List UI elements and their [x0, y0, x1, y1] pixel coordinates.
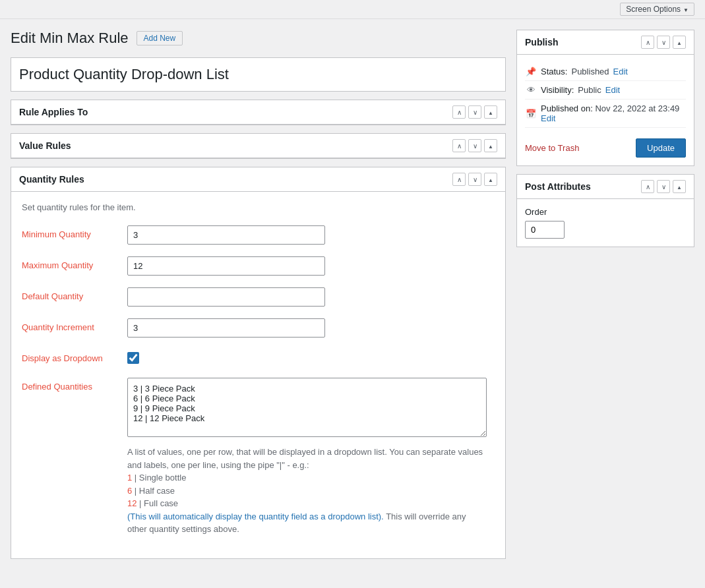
status-icon: 📌 [525, 67, 537, 76]
value-rules-header[interactable]: Value Rules [11, 134, 505, 158]
page-title: Edit Min Max Rule [11, 30, 129, 47]
published-on-line2: Edit [541, 113, 679, 123]
published-on-row: 📅 Published on: Nov 22, 2022 at 23:49 Ed… [525, 100, 686, 128]
publish-panel-header[interactable]: Publish [517, 30, 694, 55]
defined-quantities-row: Defined Quantities 3 | 3 Piece Pack 6 | … [22, 378, 495, 536]
status-value: Published [571, 67, 609, 76]
example-1-label: | Single bottle [132, 473, 186, 483]
post-attributes-up-btn[interactable] [641, 180, 654, 193]
example-2-label: | Half case [132, 486, 175, 496]
quantity-rules-title: Quantity Rules [19, 174, 84, 185]
quantity-rules-description: Set quantity rules for the item. [22, 202, 495, 212]
minimum-quantity-row: Minimum Quantity [22, 225, 495, 245]
right-column: Publish 📌 Status: [516, 30, 694, 567]
quantity-increment-field [127, 318, 495, 338]
publish-actions: Move to Trash Update [525, 132, 686, 158]
status-row: 📌 Status: Published Edit [525, 63, 686, 81]
publish-panel: Publish 📌 Status: [516, 30, 694, 166]
quantity-rules-body: Set quantity rules for the item. Minimum… [11, 192, 505, 558]
publish-body: 📌 Status: Published Edit 👁 Visibility: P… [517, 55, 694, 165]
down-icon [661, 183, 666, 191]
published-on-edit-link[interactable]: Edit [541, 113, 555, 123]
quantity-rules-up-btn[interactable] [452, 173, 466, 186]
rule-applies-to-header[interactable]: Rule Applies To [11, 100, 505, 125]
publish-collapse-btn[interactable] [673, 36, 686, 49]
display-as-dropdown-checkbox[interactable] [127, 352, 139, 364]
value-rules-controls [452, 139, 497, 152]
publish-down-btn[interactable] [657, 36, 670, 49]
down-icon [473, 176, 477, 183]
publish-up-btn[interactable] [641, 36, 654, 49]
quantity-rules-down-btn[interactable] [468, 173, 481, 186]
collapse-icon [677, 183, 682, 191]
defined-quantities-textarea[interactable]: 3 | 3 Piece Pack 6 | 6 Piece Pack 9 | 9 … [127, 378, 487, 437]
move-to-trash-link[interactable]: Move to Trash [525, 143, 579, 153]
rule-applies-to-title: Rule Applies To [19, 107, 88, 117]
visibility-edit-link[interactable]: Edit [605, 85, 620, 95]
publish-controls [641, 36, 686, 49]
up-icon [646, 183, 650, 191]
visibility-label: Visibility: [541, 85, 574, 95]
post-attributes-down-btn[interactable] [657, 180, 670, 193]
maximum-quantity-row: Maximum Quantity [22, 256, 495, 276]
collapse-icon [488, 142, 493, 150]
visibility-icon: 👁 [525, 85, 537, 95]
up-icon [457, 142, 462, 150]
collapse-icon [677, 39, 682, 46]
maximum-quantity-label: Maximum Quantity [22, 256, 127, 270]
value-rules-collapse-btn[interactable] [484, 139, 497, 152]
example-3: 12 [127, 498, 137, 508]
post-attributes-controls [641, 180, 686, 193]
defined-quantities-field: 3 | 3 Piece Pack 6 | 6 Piece Pack 9 | 9 … [127, 378, 495, 536]
up-icon [646, 39, 650, 46]
value-rules-title: Value Rules [19, 140, 71, 151]
value-rules-panel: Value Rules [11, 133, 506, 159]
order-label: Order [525, 207, 686, 217]
add-new-button[interactable]: Add New [137, 31, 183, 45]
title-input[interactable] [16, 63, 500, 86]
published-on-label: Published on: [541, 103, 593, 113]
value-rules-up-btn[interactable] [452, 139, 466, 152]
post-attributes-collapse-btn[interactable] [673, 180, 686, 193]
quantity-increment-label: Quantity Increment [22, 318, 127, 332]
screen-options-label: Screen Options [626, 5, 681, 14]
visibility-row: 👁 Visibility: Public Edit [525, 81, 686, 100]
post-attributes-header[interactable]: Post Attributes [517, 175, 694, 199]
display-as-dropdown-field [127, 349, 495, 366]
default-quantity-input[interactable] [127, 287, 325, 307]
minimum-quantity-input[interactable] [127, 225, 325, 245]
maximum-quantity-input[interactable] [127, 256, 325, 276]
value-rules-down-btn[interactable] [468, 139, 481, 152]
screen-options-button[interactable]: Screen Options [620, 3, 694, 16]
display-as-dropdown-row: Display as Dropdown [22, 349, 495, 366]
calendar-icon: 📅 [525, 109, 537, 119]
collapse-icon [488, 109, 493, 116]
quantity-rules-header[interactable]: Quantity Rules [11, 167, 505, 192]
status-label: Status: [541, 67, 567, 76]
quantity-increment-row: Quantity Increment [22, 318, 495, 338]
post-attributes-body: Order [517, 199, 694, 247]
visibility-value: Public [578, 85, 601, 95]
order-input[interactable] [525, 221, 565, 239]
publish-title: Publish [525, 37, 559, 47]
quantity-increment-input[interactable] [127, 318, 325, 338]
left-column: Edit Min Max Rule Add New Rule Applies T… [11, 30, 506, 567]
status-edit-link[interactable]: Edit [613, 67, 628, 76]
default-quantity-row: Default Quantity [22, 287, 495, 307]
example-3-label: | Full case [137, 498, 178, 508]
minimum-quantity-field [127, 225, 495, 245]
help-text-main: A list of values, one per row, that will… [127, 447, 483, 470]
rule-applies-to-down-btn[interactable] [468, 105, 481, 119]
default-quantity-field [127, 287, 495, 307]
quantity-rules-panel: Quantity Rules Set quantity rules for th… [11, 167, 506, 559]
update-button[interactable]: Update [636, 138, 686, 158]
down-icon [473, 109, 477, 116]
post-attributes-title: Post Attributes [525, 181, 591, 192]
maximum-quantity-field [127, 256, 495, 276]
rule-applies-to-collapse-btn[interactable] [484, 105, 497, 119]
rule-applies-to-up-btn[interactable] [452, 105, 466, 119]
down-icon [473, 142, 477, 150]
quantity-rules-collapse-btn[interactable] [484, 173, 497, 186]
screen-options-chevron-icon [683, 5, 689, 14]
defined-quantities-help: A list of values, one per row, that will… [127, 446, 487, 536]
